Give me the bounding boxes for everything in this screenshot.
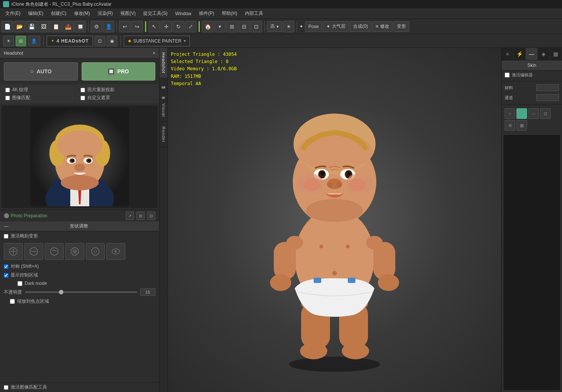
checkbox-4k[interactable]: [5, 88, 10, 92]
right-tool-add[interactable]: +: [505, 108, 515, 119]
icon-btn5[interactable]: 📋: [50, 21, 62, 32]
right-tab-settings[interactable]: ≡: [502, 48, 514, 60]
icon-btn8[interactable]: ⚙: [91, 21, 102, 32]
image-match-bottom-checkbox[interactable]: [4, 385, 8, 390]
info-icon[interactable]: ⓘ: [4, 213, 9, 218]
svg-point-50: [297, 133, 373, 171]
symmetry-checkbox[interactable]: [4, 264, 8, 269]
icon-btn4[interactable]: 🖼: [38, 21, 49, 32]
tab-texture[interactable]: 肌理: [159, 78, 167, 89]
home-btn[interactable]: 🏠: [202, 21, 213, 32]
sculpt-tool-1[interactable]: [4, 243, 23, 260]
icon-btn10[interactable]: ▼: [214, 21, 226, 32]
icon-btn7[interactable]: 🔲: [74, 21, 86, 32]
opacity-thumb[interactable]: [59, 290, 63, 294]
right-tab-grid[interactable]: ▦: [550, 48, 562, 60]
quality-dropdown[interactable]: 高 ▾: [267, 21, 282, 32]
sculpt-tool-3[interactable]: [45, 243, 64, 260]
side-tabs: Headshot 肌理 形态 Visual Render: [159, 48, 168, 392]
icon-btn-e[interactable]: ◉: [107, 36, 117, 46]
icon-btn11[interactable]: ⊞: [226, 21, 238, 32]
pro-mode-btn[interactable]: 🔲 PRO: [82, 62, 156, 81]
icon-btn-c[interactable]: 👤: [28, 36, 40, 46]
substance-plugin-btn[interactable]: ◆ SUBSTANCE PAINTER ▾: [124, 36, 190, 46]
menu-plugin[interactable]: 插件(P): [195, 9, 218, 17]
menu-view[interactable]: 视图(V): [117, 9, 139, 17]
menu-render[interactable]: 渲染(R): [94, 9, 117, 17]
sculpt-tool-2[interactable]: [24, 243, 43, 260]
modifier-dropdown[interactable]: ≡ 修改: [372, 21, 393, 32]
activate-editor-checkbox[interactable]: [505, 73, 510, 77]
photo-prep-row: ⓘ Photo Preparation ↗ ⊟ ⊡: [0, 210, 159, 221]
sculpt-checkbox[interactable]: [4, 234, 8, 239]
right-tool-copy[interactable]: ⊡: [540, 108, 551, 119]
undo-btn[interactable]: ↩: [119, 21, 131, 32]
material-input[interactable]: [536, 84, 559, 91]
svg-rect-45: [373, 242, 395, 280]
icon-btn12[interactable]: ⊟: [238, 21, 250, 32]
auto-mode-btn[interactable]: ○ AUTO: [4, 62, 78, 81]
channel-input[interactable]: [536, 94, 559, 101]
open-btn[interactable]: 📂: [14, 21, 25, 32]
atmosphere-dropdown[interactable]: ✦ 大气层: [323, 21, 349, 32]
right-tab-morph[interactable]: ⚡: [514, 48, 526, 60]
right-tool-color[interactable]: ⊙: [516, 108, 527, 119]
scale-btn[interactable]: ⤢: [185, 21, 196, 32]
zoom-checkbox[interactable]: [10, 299, 15, 304]
right-tool-grid[interactable]: ▦: [516, 120, 527, 131]
menu-submit[interactable]: 提交工具(S): [139, 9, 171, 17]
composite-dropdown[interactable]: 合成(0): [350, 21, 371, 32]
checkbox-image-match[interactable]: [5, 96, 10, 100]
menu-modify[interactable]: 修改(M): [70, 9, 94, 17]
save-template-icon[interactable]: ⊟: [136, 212, 145, 220]
transform-dropdown[interactable]: 变形: [393, 21, 409, 32]
headshot-plugin-btn[interactable]: ✦ 4 HEADshOT: [47, 36, 93, 46]
icon-btn-b[interactable]: ⊞: [16, 36, 26, 46]
tab-morph[interactable]: 形态: [159, 89, 167, 99]
tab-render[interactable]: Render: [159, 122, 167, 147]
icon-btn-a[interactable]: ☀: [3, 36, 14, 46]
menu-window[interactable]: Window: [171, 10, 195, 17]
opacity-slider[interactable]: [25, 291, 137, 293]
right-tool-paste[interactable]: ⊞: [505, 120, 515, 131]
svg-point-64: [306, 199, 363, 222]
show-control-option: 显示控制区域: [0, 271, 159, 280]
right-sep1: [502, 81, 562, 81]
sculpt-tool-5-icon: [90, 246, 101, 257]
move-btn[interactable]: ✛: [161, 21, 172, 32]
dark-mode-checkbox[interactable]: [17, 281, 22, 286]
icon-btn13[interactable]: ⊡: [251, 21, 262, 32]
redo-btn[interactable]: ↪: [131, 21, 143, 32]
right-tab-skin[interactable]: —: [526, 48, 538, 60]
rotate-btn[interactable]: ↻: [173, 21, 184, 32]
collapse-icon[interactable]: —: [4, 224, 8, 229]
checkbox-custom-mask[interactable]: [81, 96, 85, 100]
right-tool-minus[interactable]: —: [528, 108, 539, 119]
menu-help[interactable]: 帮助(H): [218, 9, 241, 17]
sculpt-tool-6[interactable]: [106, 243, 125, 260]
icon-btn9[interactable]: 👤: [103, 21, 114, 32]
save-btn[interactable]: 💾: [26, 21, 37, 32]
headshot-close-btn[interactable]: ×: [153, 51, 155, 56]
sun-btn[interactable]: ☀: [283, 21, 294, 32]
settings-icon[interactable]: ⊡: [147, 212, 155, 220]
menu-internal[interactable]: 内部工具: [241, 9, 267, 17]
sculpt-tool-4[interactable]: [65, 243, 84, 260]
menu-create[interactable]: 创建(C): [47, 9, 70, 17]
tab-headshot[interactable]: Headshot: [159, 48, 167, 78]
menu-file[interactable]: 文件(E): [2, 9, 24, 17]
sculpt-tool-5[interactable]: [86, 243, 105, 260]
export-icon[interactable]: ↗: [126, 212, 134, 220]
icon-btn-d[interactable]: ⊡: [95, 36, 105, 46]
show-control-checkbox[interactable]: [4, 273, 8, 278]
select-btn[interactable]: ↖: [148, 21, 160, 32]
new-btn[interactable]: 📄: [2, 21, 13, 32]
tab-visual[interactable]: Visual: [159, 99, 167, 122]
menu-edit[interactable]: 编辑(E): [24, 9, 47, 17]
pose-dropdown[interactable]: Pose: [305, 21, 322, 32]
checkbox-reprojection[interactable]: [81, 88, 85, 92]
photo-prep-label[interactable]: ⓘ Photo Preparation: [4, 213, 47, 218]
right-tab-material[interactable]: ◈: [538, 48, 550, 60]
svg-point-55: [320, 172, 324, 175]
icon-btn6[interactable]: 📤: [62, 21, 74, 32]
